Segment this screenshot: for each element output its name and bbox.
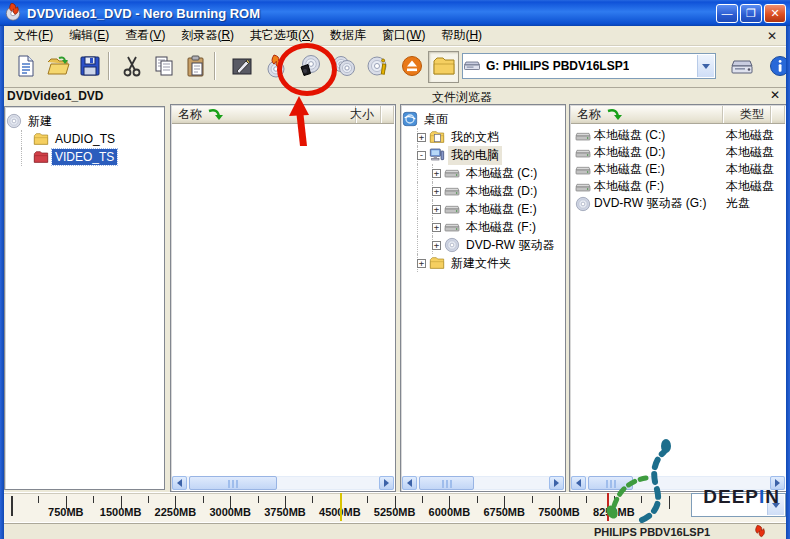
tree-expander-icon[interactable]: + bbox=[432, 169, 441, 178]
column-header-0[interactable]: 名称 bbox=[172, 106, 356, 123]
browser-tree-item[interactable]: +DVD-RW 驱动器 bbox=[402, 236, 564, 254]
menu-item-F[interactable]: 文件(F) bbox=[6, 25, 61, 46]
content-hscrollbar[interactable] bbox=[172, 476, 394, 490]
folder-icon bbox=[432, 54, 456, 81]
browser-tree-item[interactable]: +本地磁盘 (F:) bbox=[402, 218, 564, 236]
menu-item-W[interactable]: 窗口(W) bbox=[374, 25, 433, 46]
column-header-0[interactable]: 名称 bbox=[571, 106, 723, 123]
open-button[interactable] bbox=[42, 51, 73, 83]
tree-expander-icon[interactable]: - bbox=[417, 151, 426, 160]
drive-type: 本地磁盘 bbox=[726, 161, 774, 178]
recorder-select-combo[interactable]: G: PHILIPS PBDV16LSP1 bbox=[462, 53, 716, 79]
scroll-left-icon[interactable] bbox=[172, 476, 187, 490]
hdd-icon bbox=[444, 183, 460, 199]
drive-type: 本地磁盘 bbox=[726, 127, 774, 144]
drive-name: 本地磁盘 (F:) bbox=[594, 178, 664, 195]
tree-indent bbox=[417, 164, 433, 182]
recorder-status-label: PHILIPS PBDV16LSP1 bbox=[594, 526, 710, 538]
paste-button[interactable] bbox=[180, 51, 211, 83]
drive-list-row[interactable]: 本地磁盘 (D:)本地磁盘 bbox=[571, 144, 785, 161]
cut-button[interactable] bbox=[116, 51, 147, 83]
tree-indent bbox=[6, 130, 22, 148]
pane-label-row: DVDVideo1_DVD 文件浏览器 ✕ bbox=[4, 88, 786, 104]
drive-name: 本地磁盘 (E:) bbox=[594, 161, 665, 178]
burn-disc-button[interactable] bbox=[294, 51, 325, 83]
scroll-thumb[interactable] bbox=[189, 476, 277, 490]
scroll-thumb[interactable] bbox=[419, 476, 474, 490]
document-close-icon[interactable]: ✕ bbox=[764, 28, 780, 44]
toolbar-separator bbox=[108, 52, 110, 80]
chevron-down-icon[interactable] bbox=[767, 495, 784, 515]
column-header-1[interactable]: 类型 bbox=[723, 106, 771, 123]
disc-info-button[interactable] bbox=[362, 51, 393, 83]
chevron-down-icon[interactable] bbox=[697, 55, 714, 77]
browser-tree-item[interactable]: +本地磁盘 (C:) bbox=[402, 164, 564, 182]
copy-button[interactable] bbox=[148, 51, 179, 83]
browser-tree-item[interactable]: -我的电脑 bbox=[402, 146, 564, 164]
minimize-button[interactable]: — bbox=[716, 4, 738, 23]
tree-item-label: 我的文档 bbox=[448, 128, 502, 147]
menu-item-E[interactable]: 编辑(E) bbox=[61, 25, 117, 46]
tree-expander-icon[interactable]: + bbox=[432, 187, 441, 196]
scroll-right-icon[interactable] bbox=[549, 476, 564, 490]
compilation-tree-item[interactable]: 新建 bbox=[6, 112, 163, 130]
tree-expander-icon[interactable]: + bbox=[432, 205, 441, 214]
tree-indent bbox=[402, 128, 418, 146]
ruler-tick bbox=[38, 496, 39, 503]
ruler-label: 6000MB bbox=[429, 506, 471, 518]
menu-item-数据库[interactable]: 数据库 bbox=[322, 25, 374, 46]
maximize-button[interactable]: ❐ bbox=[740, 4, 762, 23]
drive-list-pane: 名称类型 本地磁盘 (C:)本地磁盘本地磁盘 (D:)本地磁盘本地磁盘 (E:)… bbox=[569, 104, 787, 492]
folder-yellow-icon bbox=[33, 131, 49, 147]
save-button[interactable] bbox=[74, 51, 105, 83]
browser-tree-item[interactable]: +新建文件夹 bbox=[402, 254, 564, 272]
recorder-button[interactable] bbox=[726, 51, 757, 83]
compilation-content-body bbox=[172, 124, 394, 476]
ruler-tick bbox=[422, 496, 423, 503]
new-compilation-button[interactable] bbox=[10, 51, 41, 83]
scroll-left-icon[interactable] bbox=[402, 476, 417, 490]
disc-capacity-combo[interactable] bbox=[691, 493, 786, 517]
drive-list-row[interactable]: DVD-RW 驱动器 (G:)光盘 bbox=[571, 195, 785, 212]
copy-disc-button[interactable] bbox=[328, 51, 359, 83]
compilation-tree-item[interactable]: VIDEO_TS bbox=[6, 148, 163, 166]
scroll-left-icon[interactable] bbox=[571, 476, 586, 490]
drive-list-hscrollbar[interactable] bbox=[571, 476, 785, 490]
compilation-tree-item[interactable]: AUDIO_TS bbox=[6, 130, 163, 148]
eject-button[interactable] bbox=[396, 51, 427, 83]
scroll-right-icon[interactable] bbox=[379, 476, 394, 490]
scroll-right-icon[interactable] bbox=[770, 476, 785, 490]
menu-item-X[interactable]: 其它选项(X) bbox=[242, 25, 322, 46]
nero-flame-icon bbox=[752, 524, 768, 539]
menu-item-R[interactable]: 刻录器(R) bbox=[173, 25, 242, 46]
ruler-tick bbox=[641, 496, 642, 503]
tree-indent bbox=[417, 182, 433, 200]
ruler-tick bbox=[367, 496, 368, 503]
dvd-disc-icon bbox=[575, 196, 591, 212]
close-button[interactable]: ✕ bbox=[764, 4, 786, 23]
browser-tree-item[interactable]: 桌面 bbox=[402, 110, 564, 128]
hdd-icon bbox=[444, 165, 460, 181]
my-docs-icon bbox=[429, 129, 445, 145]
tree-expander-icon[interactable]: + bbox=[417, 133, 426, 142]
tree-expander-icon[interactable]: + bbox=[432, 223, 441, 232]
browser-tree-item[interactable]: +本地磁盘 (E:) bbox=[402, 200, 564, 218]
drive-list-row[interactable]: 本地磁盘 (C:)本地磁盘 bbox=[571, 127, 785, 144]
scroll-thumb[interactable] bbox=[588, 476, 633, 490]
browser-hscrollbar[interactable] bbox=[402, 476, 564, 490]
drive-name: 本地磁盘 (C:) bbox=[594, 127, 665, 144]
menu-item-V[interactable]: 查看(V) bbox=[117, 25, 173, 46]
drive-list-row[interactable]: 本地磁盘 (E:)本地磁盘 bbox=[571, 161, 785, 178]
drive-name: DVD-RW 驱动器 (G:) bbox=[594, 195, 706, 212]
file-browser-button[interactable] bbox=[428, 51, 459, 83]
column-header-1[interactable]: 大小 bbox=[356, 106, 381, 123]
drive-list-row[interactable]: 本地磁盘 (F:)本地磁盘 bbox=[571, 178, 785, 195]
tree-expander-icon[interactable]: + bbox=[432, 241, 441, 250]
browser-tree-item[interactable]: +我的文档 bbox=[402, 128, 564, 146]
burn-compilation-button[interactable] bbox=[260, 51, 291, 83]
write-cd-button[interactable] bbox=[226, 51, 257, 83]
browser-tree-item[interactable]: +本地磁盘 (D:) bbox=[402, 182, 564, 200]
file-browser-close-icon[interactable]: ✕ bbox=[768, 88, 782, 102]
menu-item-H[interactable]: 帮助(H) bbox=[433, 25, 490, 46]
tree-expander-icon[interactable]: + bbox=[417, 259, 426, 268]
